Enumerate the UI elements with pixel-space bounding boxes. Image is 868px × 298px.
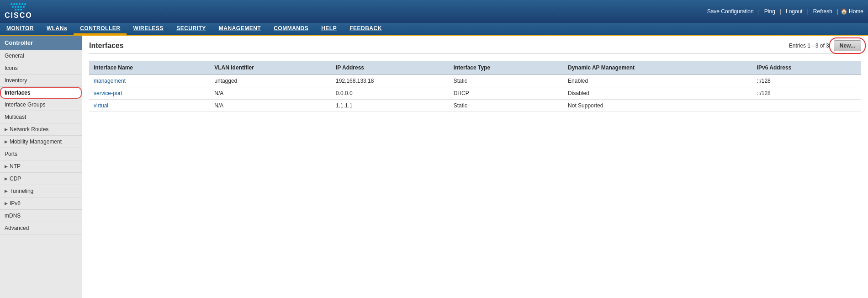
arrow-icon-ntp: ▶ <box>5 164 8 169</box>
new-button[interactable]: New... <box>834 40 861 51</box>
sidebar-item-ntp[interactable]: ▶ NTP <box>0 160 82 173</box>
nav-security[interactable]: SECURITY <box>170 23 212 35</box>
arrow-icon-mobility: ▶ <box>5 139 8 144</box>
sidebar-item-inventory[interactable]: Inventory <box>0 74 82 87</box>
cell-type: DHCP <box>449 87 563 100</box>
arrow-icon-ipv6: ▶ <box>5 201 8 206</box>
content-area: Interfaces Entries 1 - 3 of 3 New... Int… <box>82 36 868 298</box>
col-header-vlan: VLAN Identifier <box>210 61 331 75</box>
arrow-icon-tunneling: ▶ <box>5 189 8 193</box>
content-header: Interfaces Entries 1 - 3 of 3 New... <box>89 40 861 54</box>
cisco-dots <box>11 3 26 5</box>
sidebar-label-mdns: mDNS <box>5 213 21 219</box>
cell-ipv6: ::/128 <box>752 87 861 100</box>
sep1: | <box>758 8 760 15</box>
sidebar-item-ipv6[interactable]: ▶ IPv6 <box>0 197 82 210</box>
page-title: Interfaces <box>89 42 124 50</box>
cell-interface-name: management <box>89 75 210 87</box>
home-label: Home <box>849 8 863 15</box>
interface-name-link[interactable]: virtual <box>94 102 108 109</box>
nav-wireless[interactable]: WIRELESS <box>127 23 170 35</box>
sidebar-label-icons: Icons <box>5 65 18 71</box>
sep3: | <box>807 8 809 15</box>
nav-controller[interactable]: CONTROLLER <box>74 23 127 35</box>
arrow-icon-cdp: ▶ <box>5 176 8 181</box>
cisco-dots2 <box>12 6 25 8</box>
nav-monitor[interactable]: MONITOR <box>0 23 40 35</box>
top-bar: CISCO Save Configuration | Ping | Logout… <box>0 0 868 23</box>
ping-link[interactable]: Ping <box>762 8 778 15</box>
logout-link[interactable]: Logout <box>783 8 805 15</box>
col-header-dynamic-ap: Dynamic AP Management <box>563 61 752 75</box>
col-header-type: Interface Type <box>449 61 563 75</box>
cisco-logo: CISCO <box>5 3 32 20</box>
main-layout: Controller General Icons Inventory Inter… <box>0 36 868 298</box>
nav-wlans[interactable]: WLANs <box>40 23 74 35</box>
entries-count: Entries 1 - 3 of 3 <box>789 43 829 49</box>
sidebar-label-network-routes: Network Routes <box>10 126 48 133</box>
col-header-ip: IP Address <box>331 61 449 75</box>
content-header-right: Entries 1 - 3 of 3 New... <box>789 40 861 51</box>
cell-dynamic-ap: Not Supported <box>563 100 752 112</box>
nav-commands[interactable]: COMMANDS <box>267 23 315 35</box>
new-button-wrapper: New... <box>834 40 861 51</box>
sidebar-item-network-routes[interactable]: ▶ Network Routes <box>0 123 82 136</box>
home-link[interactable]: 🏠 Home <box>841 8 863 15</box>
sidebar-item-tunneling[interactable]: ▶ Tunneling <box>0 185 82 197</box>
sidebar-label-interface-groups: Interface Groups <box>5 101 45 108</box>
cell-ip: 0.0.0.0 <box>331 87 449 100</box>
sidebar-item-advanced[interactable]: Advanced <box>0 222 82 234</box>
nav-management[interactable]: MANAGEMENT <box>212 23 267 35</box>
sidebar-item-cdp[interactable]: ▶ CDP <box>0 173 82 185</box>
sidebar-label-ntp: NTP <box>10 163 21 170</box>
home-icon: 🏠 <box>841 8 847 15</box>
table-row: managementuntagged192.168.133.18StaticEn… <box>89 75 861 87</box>
sidebar-item-ports[interactable]: Ports <box>0 148 82 160</box>
sidebar-header: Controller <box>0 36 82 50</box>
save-config-link[interactable]: Save Configuration <box>705 8 756 15</box>
interface-name-link[interactable]: management <box>94 78 126 84</box>
sidebar-item-icons[interactable]: Icons <box>0 62 82 74</box>
sidebar-item-mobility-management[interactable]: ▶ Mobility Management <box>0 136 82 148</box>
cisco-brand-text: CISCO <box>5 11 32 20</box>
cell-ipv6 <box>752 100 861 112</box>
table-row: service-portN/A0.0.0.0DHCPDisabled::/128 <box>89 87 861 100</box>
sidebar-label-general: General <box>5 53 24 59</box>
sidebar-label-advanced: Advanced <box>5 225 29 231</box>
refresh-link[interactable]: Refresh <box>811 8 835 15</box>
sidebar: Controller General Icons Inventory Inter… <box>0 36 82 298</box>
table-header-row: Interface Name VLAN Identifier IP Addres… <box>89 61 861 75</box>
sidebar-label-cdp: CDP <box>10 176 21 182</box>
sidebar-item-general[interactable]: General <box>0 50 82 62</box>
top-bar-links: Save Configuration | Ping | Logout | Ref… <box>705 0 863 23</box>
sidebar-item-interface-groups[interactable]: Interface Groups <box>0 99 82 111</box>
interface-name-link[interactable]: service-port <box>94 90 122 96</box>
nav-feedback[interactable]: FEEDBACK <box>343 23 388 35</box>
sidebar-item-multicast[interactable]: Multicast <box>0 111 82 123</box>
sidebar-label-mobility-management: Mobility Management <box>10 138 62 145</box>
cell-interface-name: virtual <box>89 100 210 112</box>
cell-type: Static <box>449 100 563 112</box>
cell-vlan: untagged <box>210 75 331 87</box>
sidebar-label-inventory: Inventory <box>5 77 27 84</box>
cell-type: Static <box>449 75 563 87</box>
col-header-ipv6: IPv6 Address <box>752 61 861 75</box>
sidebar-label-interfaces: Interfaces <box>5 90 31 96</box>
nav-bar: MONITOR WLANs CONTROLLER WIRELESS SECURI… <box>0 23 868 36</box>
col-header-interface-name: Interface Name <box>89 61 210 75</box>
sidebar-label-multicast: Multicast <box>5 114 26 120</box>
sidebar-item-mdns[interactable]: mDNS <box>0 210 82 222</box>
arrow-icon-network-routes: ▶ <box>5 127 8 132</box>
cell-vlan: N/A <box>210 100 331 112</box>
cell-ip: 1.1.1.1 <box>331 100 449 112</box>
cell-vlan: N/A <box>210 87 331 100</box>
sep2: | <box>780 8 781 15</box>
cell-ipv6: ::/128 <box>752 75 861 87</box>
cell-interface-name: service-port <box>89 87 210 100</box>
nav-help[interactable]: HELP <box>315 23 343 35</box>
interfaces-table: Interface Name VLAN Identifier IP Addres… <box>89 61 861 112</box>
cell-ip: 192.168.133.18 <box>331 75 449 87</box>
table-row: virtualN/A1.1.1.1StaticNot Supported <box>89 100 861 112</box>
sep4: | <box>837 8 838 15</box>
sidebar-item-interfaces[interactable]: Interfaces <box>0 87 82 99</box>
